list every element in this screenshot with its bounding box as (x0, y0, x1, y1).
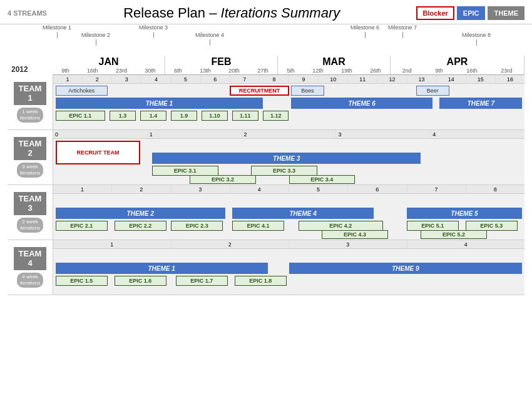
title-text: Release Plan – Iterations Summary (123, 5, 340, 21)
team-2-label: TEAM 2 3 week iterations (8, 130, 53, 184)
badge-theme[interactable]: THEME (488, 6, 524, 20)
recruit-team: RECRUIT TEAM (56, 141, 141, 164)
badge-blocker[interactable]: Blocker (416, 6, 454, 20)
badges-container: Blocker EPIC THEME (416, 6, 524, 20)
epic-3-2: EPIC 3.2 (190, 175, 255, 184)
team-2-iter-numbers: 0 1 2 3 4 (53, 130, 524, 139)
theme-3-t2: THEME 3 (152, 153, 421, 164)
theme-7-t1: THEME 7 (439, 98, 522, 109)
header-title: Release Plan – Iterations Summary (123, 5, 340, 21)
team-4-row: TEAM 4 4 week iterations 1 2 3 4 THEME 1… (8, 240, 524, 295)
team-2-name: TEAM 2 (14, 137, 47, 160)
calendar-header: 2012 JAN 9th16th23rd30th FEB 6th13th20th… (8, 56, 524, 75)
team-1-bars: Artichokes RECRUITMENT Bees Beer THEME 1… (53, 84, 524, 129)
team-4-content: 1 2 3 4 THEME 1 THEME 9 EPIC 1.5 EPIC 1.… (53, 240, 524, 295)
month-mar: MAR 5th12th19th26th (278, 56, 391, 74)
epic-5-1: EPIC 5.1 (407, 221, 459, 231)
story-beer: Beer (416, 86, 449, 96)
year-label: 2012 (11, 65, 28, 74)
epic-3-3: EPIC 3.3 (251, 166, 317, 176)
epic-1-3: 1.3 (110, 111, 135, 121)
month-apr: APR 2nd9th16th23rd (391, 56, 524, 74)
epic-1-8: EPIC 1.8 (235, 276, 287, 286)
timeline-area: Milestone 1 Milestone 2 Milestone 3 Mile… (0, 24, 532, 75)
epic-1-6: EPIC 1.6 (115, 276, 166, 286)
month-feb: FEB 6th13th20th27th (165, 56, 278, 74)
epic-1-9: 1.9 (171, 111, 197, 121)
milestone-4: Milestone 4 (195, 24, 224, 46)
team-2-content: 0 1 2 3 4 RECRUIT TEAM THEME 3 EPIC 3.1 … (53, 130, 524, 184)
streams-label: 4 STREAMS (8, 9, 47, 17)
milestone-8: Milestone 8 (462, 24, 491, 46)
epic-4-2: EPIC 4.2 (299, 221, 384, 231)
epic-1-10: 1.10 (202, 111, 227, 121)
theme-6-t1: THEME 6 (291, 98, 432, 109)
team-3-label: TEAM 3 2 week iterations (8, 185, 53, 240)
theme-2-t3: THEME 2 (56, 208, 225, 219)
epic-1-5: EPIC 1.5 (56, 276, 108, 286)
team-3-iterations: 2 week iterations (17, 218, 43, 233)
team-3-content: 1 2 3 4 5 6 7 8 THEME 2 THEME 4 THEME 5 (53, 185, 524, 240)
team-1-row: TEAM 1 1 week iterations 1 2 3 4 5 6 7 8… (8, 75, 524, 130)
team-4-bars: THEME 1 THEME 9 EPIC 1.5 EPIC 1.6 EPIC 1… (53, 249, 524, 295)
milestone-3: Milestone 3 (139, 24, 168, 38)
team-2-bars: RECRUIT TEAM THEME 3 EPIC 3.1 EPIC 3.3 E… (53, 139, 524, 184)
team-1-iterations: 1 week iterations (17, 108, 43, 123)
team-4-label: TEAM 4 4 week iterations (8, 240, 53, 295)
milestone-6: Milestone 6 (350, 24, 379, 38)
milestones-row: Milestone 1 Milestone 2 Milestone 3 Mile… (8, 24, 524, 56)
team-4-iterations: 4 week iterations (17, 273, 43, 288)
story-artichokes: Artichokes (56, 86, 108, 96)
badge-epic[interactable]: EPIC (457, 6, 486, 20)
months-row: JAN 9th16th23rd30th FEB 6th13th20th27th … (53, 56, 524, 75)
epic-3-4: EPIC 3.4 (289, 175, 355, 184)
epic-2-3: EPIC 2.3 (171, 221, 223, 231)
team-1-content: 1 2 3 4 5 6 7 8 9 10 11 12 13 14 15 16 (53, 75, 524, 129)
theme-4-t3: THEME 4 (232, 208, 374, 219)
epic-1-1: EPIC 1.1 (56, 111, 105, 121)
epic-4-3: EPIC 4.3 (322, 230, 387, 239)
epic-5-2: EPIC 5.2 (421, 230, 486, 239)
team-4-iter-numbers: 1 2 3 4 (53, 240, 524, 249)
theme-1-t4: THEME 1 (56, 263, 268, 274)
story-bees: Bees (291, 86, 324, 96)
team-3-bars: THEME 2 THEME 4 THEME 5 EPIC 2.1 EPIC 2.… (53, 194, 524, 240)
milestone-7: Milestone 7 (388, 24, 417, 38)
epic-2-1: EPIC 2.1 (56, 221, 108, 231)
team-2-iterations: 3 week iterations (17, 163, 43, 178)
team-1-name: TEAM 1 (14, 82, 47, 105)
epic-1-12: 1.12 (263, 111, 289, 121)
main-container: 4 STREAMS Release Plan – Iterations Summ… (0, 0, 532, 404)
epic-1-4: 1.4 (140, 111, 166, 121)
milestone-1: Milestone 1 (43, 24, 71, 38)
theme-5-t3: THEME 5 (407, 208, 522, 219)
theme-9-t4: THEME 9 (289, 263, 523, 274)
team-4-name: TEAM 4 (14, 247, 47, 270)
team-3-iter-numbers: 1 2 3 4 5 6 7 8 (53, 185, 524, 194)
month-jan: JAN 9th16th23rd30th (53, 56, 165, 74)
team-3-row: TEAM 3 2 week iterations 1 2 3 4 5 6 7 8… (8, 185, 524, 240)
epic-5-3: EPIC 5.3 (466, 221, 518, 231)
team-2-row: TEAM 2 3 week iterations 0 1 2 3 4 RECRU… (8, 130, 524, 185)
milestone-2: Milestone 2 (81, 24, 110, 46)
epic-3-1: EPIC 3.1 (152, 166, 218, 176)
header: 4 STREAMS Release Plan – Iterations Summ… (0, 0, 532, 24)
theme-1-t1: THEME 1 (56, 98, 263, 109)
story-recruitment: RECRUITMENT (230, 86, 289, 96)
teams-container: TEAM 1 1 week iterations 1 2 3 4 5 6 7 8… (0, 75, 532, 404)
epic-4-1: EPIC 4.1 (232, 221, 284, 231)
epic-1-7: EPIC 1.7 (176, 276, 228, 286)
epic-2-2: EPIC 2.2 (115, 221, 166, 231)
team-3-name: TEAM 3 (14, 192, 47, 215)
epic-1-11: 1.11 (232, 111, 258, 121)
team-1-iter-numbers: 1 2 3 4 5 6 7 8 9 10 11 12 13 14 15 16 (53, 75, 524, 84)
team-1-label: TEAM 1 1 week iterations (8, 75, 53, 129)
